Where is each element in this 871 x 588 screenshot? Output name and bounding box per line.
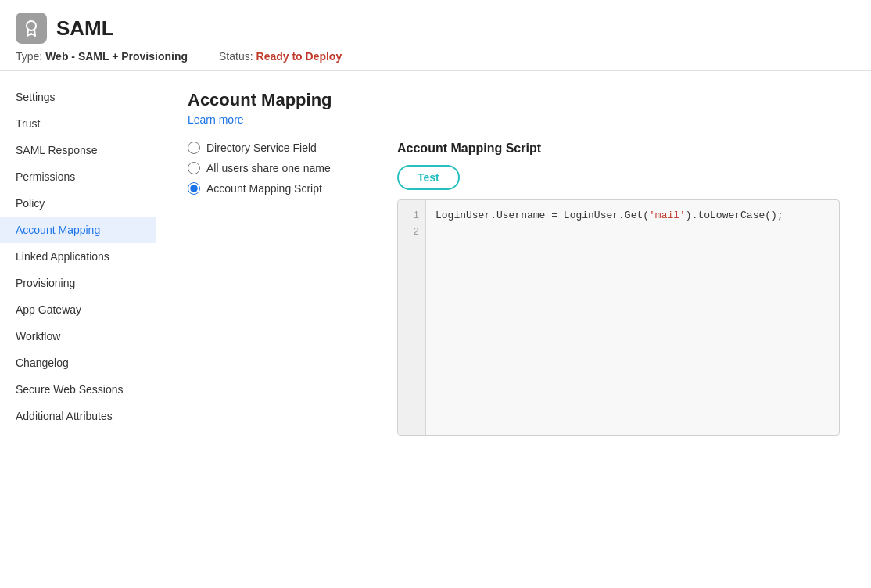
page-title: Account Mapping bbox=[188, 90, 840, 110]
code-suffix: ).toLowerCase(); bbox=[686, 210, 783, 221]
mapping-options: Directory Service Field All users share … bbox=[188, 142, 360, 436]
code-string-value: 'mail' bbox=[649, 210, 686, 221]
code-editor: 1 2 LoginUser.Username = LoginUser.Get('… bbox=[397, 199, 840, 436]
app-meta: Type: Web - SAML + Provisioning Status: … bbox=[16, 50, 855, 63]
sidebar-item-workflow[interactable]: Workflow bbox=[0, 323, 156, 350]
sidebar-item-permissions[interactable]: Permissions bbox=[0, 163, 156, 190]
sidebar-item-changelog[interactable]: Changelog bbox=[0, 350, 156, 376]
radio-account-mapping-script-label: Account Mapping Script bbox=[206, 182, 322, 195]
app-title: SAML bbox=[56, 16, 114, 41]
line-numbers: 1 2 bbox=[398, 200, 426, 435]
sidebar-item-secure-web-sessions[interactable]: Secure Web Sessions bbox=[0, 376, 156, 403]
type-meta: Type: Web - SAML + Provisioning bbox=[16, 50, 188, 63]
radio-directory-service[interactable]: Directory Service Field bbox=[188, 142, 360, 154]
radio-all-users-label: All users share one name bbox=[206, 162, 331, 174]
sidebar-item-account-mapping[interactable]: Account Mapping bbox=[0, 217, 156, 243]
sidebar-item-provisioning[interactable]: Provisioning bbox=[0, 270, 156, 296]
type-value: Web - SAML + Provisioning bbox=[45, 50, 188, 63]
sidebar-item-settings[interactable]: Settings bbox=[0, 84, 156, 110]
line-number-1: 1 bbox=[404, 208, 419, 224]
code-prefix: LoginUser.Username = LoginUser.Get( bbox=[436, 210, 649, 221]
radio-all-users-input[interactable] bbox=[188, 162, 200, 174]
award-icon bbox=[22, 19, 41, 38]
sidebar-item-saml-response[interactable]: SAML Response bbox=[0, 137, 156, 163]
radio-account-mapping-script-input[interactable] bbox=[188, 182, 200, 195]
code-editor-inner: 1 2 LoginUser.Username = LoginUser.Get('… bbox=[398, 200, 839, 435]
sidebar-item-trust[interactable]: Trust bbox=[0, 110, 156, 137]
status-meta: Status: Ready to Deploy bbox=[219, 50, 342, 63]
learn-more-link[interactable]: Learn more bbox=[188, 113, 244, 126]
app-title-row: SAML bbox=[16, 13, 855, 44]
main-layout: Settings Trust SAML Response Permissions… bbox=[0, 71, 871, 588]
radio-directory-service-input[interactable] bbox=[188, 142, 200, 154]
script-panel-title: Account Mapping Script bbox=[397, 142, 840, 156]
mapping-layout: Directory Service Field All users share … bbox=[188, 142, 840, 436]
sidebar-item-additional-attributes[interactable]: Additional Attributes bbox=[0, 403, 156, 429]
sidebar: Settings Trust SAML Response Permissions… bbox=[0, 71, 156, 588]
line-number-2: 2 bbox=[404, 224, 419, 241]
sidebar-item-app-gateway[interactable]: App Gateway bbox=[0, 296, 156, 323]
content-area: Account Mapping Learn more Directory Ser… bbox=[156, 71, 871, 588]
type-label: Type: bbox=[16, 50, 42, 63]
script-panel: Account Mapping Script Test 1 2 LoginUse… bbox=[397, 142, 840, 436]
radio-account-mapping-script[interactable]: Account Mapping Script bbox=[188, 182, 360, 195]
sidebar-item-linked-applications[interactable]: Linked Applications bbox=[0, 243, 156, 270]
sidebar-item-policy[interactable]: Policy bbox=[0, 190, 156, 217]
test-button[interactable]: Test bbox=[397, 165, 460, 190]
code-content: LoginUser.Username = LoginUser.Get('mail… bbox=[426, 200, 839, 435]
status-label: Status: bbox=[219, 50, 253, 63]
app-icon bbox=[16, 13, 47, 44]
radio-directory-service-label: Directory Service Field bbox=[206, 142, 317, 154]
status-value: Ready to Deploy bbox=[256, 50, 342, 63]
app-header: SAML Type: Web - SAML + Provisioning Sta… bbox=[0, 0, 871, 71]
radio-all-users[interactable]: All users share one name bbox=[188, 162, 360, 174]
svg-point-0 bbox=[27, 21, 36, 30]
